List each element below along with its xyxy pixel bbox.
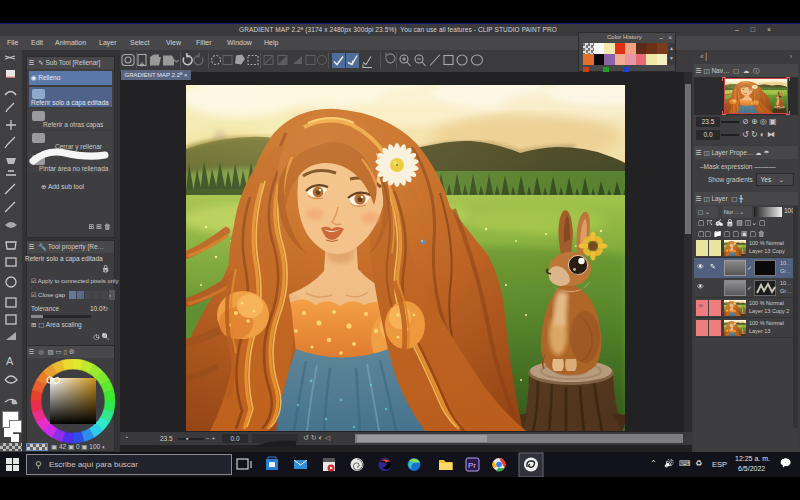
svg-text:A: A: [6, 355, 14, 367]
svg-text:Pr: Pr: [468, 461, 476, 470]
